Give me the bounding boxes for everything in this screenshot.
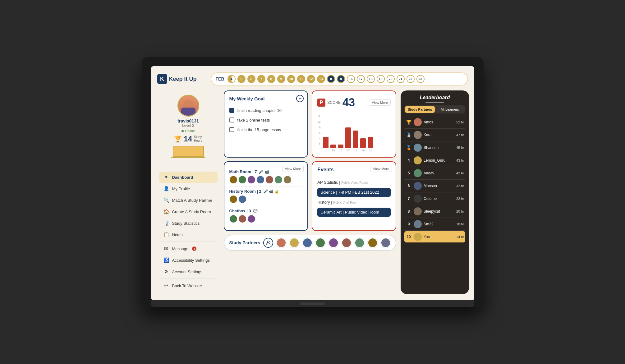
stats-icon: 📊	[163, 220, 169, 226]
event-item-ap-statistic[interactable]: AP Statistic | Public Video Room	[317, 178, 391, 187]
partner-avatar-2[interactable]	[289, 238, 299, 248]
cal-day-9[interactable]: 9	[277, 75, 285, 83]
goal-checkbox-2[interactable]	[229, 117, 234, 122]
cal-day-21[interactable]: 21	[397, 75, 405, 83]
events-view-more-button[interactable]: View More	[370, 166, 392, 172]
nav-divider-1	[160, 242, 216, 242]
nav-label-message: Message	[172, 247, 189, 251]
lb-avatar-3	[414, 144, 422, 152]
lb-hours-9: 18 hr	[456, 222, 464, 226]
nav-item-create-study-room[interactable]: 🏠 Create A Study Room	[159, 206, 218, 217]
rooms-view-more-button[interactable]: View More	[282, 166, 304, 172]
event-item-science[interactable]: Science | 7-8 PM FEB 21st 2022	[317, 188, 391, 197]
cal-day-5[interactable]: 5	[237, 75, 246, 83]
cal-day-4[interactable]: 4	[227, 75, 236, 83]
nav-item-match-study-partner[interactable]: 🔍 Match A Study Partner	[159, 195, 218, 206]
y-label-6: 6	[317, 131, 322, 135]
calendar-strip: FEB 4 5 6 7 8 9 10 11 12 13 ✕ ✕ 16 17 18…	[211, 72, 468, 85]
partner-avatar-6[interactable]	[342, 238, 352, 248]
nav-item-notes[interactable]: 📋 Notes	[159, 229, 218, 240]
partner-avatar-7[interactable]	[355, 238, 365, 248]
medal-1: 🏆	[406, 120, 412, 125]
lb-row-7: 7 Cuteme 22 hr	[404, 193, 465, 204]
weekly-goal-title: My Weekly Goal	[229, 96, 303, 101]
nav-label-notes: Notes	[172, 233, 183, 237]
event-sub-ap: Public Video Room	[341, 181, 368, 184]
logo-area: K Keep It Up	[157, 74, 207, 84]
cal-day-23[interactable]: 23	[416, 75, 425, 83]
cal-day-18[interactable]: 18	[367, 75, 375, 83]
cal-day-20[interactable]: 20	[387, 75, 395, 83]
lb-avatar-4	[414, 156, 422, 164]
p-badge-icon: P	[317, 99, 325, 107]
bottom-cards-row: View More Math Room | 7 🎤 📹	[224, 161, 397, 231]
lb-avatar-10	[414, 233, 422, 241]
lb-name-7: Cuteme	[424, 196, 454, 201]
event-item-ceramic[interactable]: Ceramic Art | Public Video Room	[317, 208, 391, 217]
chatbox-avatar-2	[238, 215, 246, 223]
cal-day-11[interactable]: 11	[297, 75, 305, 83]
cal-day-22[interactable]: 22	[407, 75, 415, 83]
bar-col-18: 18	[353, 131, 358, 152]
cal-day-15[interactable]: ✕	[337, 75, 345, 83]
event-name-science: Science | 7-8 PM FEB 21st 2022	[320, 190, 379, 195]
score-label: SCORE	[327, 100, 341, 105]
add-goal-button[interactable]: +	[296, 95, 304, 102]
cal-day-19[interactable]: 19	[377, 75, 385, 83]
svg-point-0	[267, 241, 269, 243]
bar-15	[330, 145, 336, 148]
event-item-history[interactable]: History | Public Chat Room	[317, 198, 391, 207]
cal-day-16[interactable]: 16	[347, 75, 355, 83]
partner-avatar-5[interactable]	[329, 238, 338, 248]
nav-item-account-settings[interactable]: ⚙ Account Settings	[159, 266, 218, 277]
event-name-ap: AP Statistic |	[317, 180, 340, 185]
nav-item-my-profile[interactable]: 👤 My Profile	[159, 183, 218, 194]
bar-col-15: 15	[330, 145, 336, 152]
lb-row-6: 6 Manson 32 hr	[404, 180, 465, 191]
nav-item-accessibility[interactable]: ♿ Accessibility Settings	[159, 255, 218, 266]
screen-content: K Keep It Up FEB 4 5 6 7 8 9 10 11 12 13…	[151, 66, 474, 300]
pscore-view-more-button[interactable]: View More	[369, 99, 391, 106]
partner-avatar-1[interactable]	[276, 238, 286, 248]
lb-hours-7: 22 hr	[456, 197, 464, 200]
nav-item-message[interactable]: ✉ Message 1	[159, 243, 218, 254]
tab-study-partners[interactable]: Study Partners	[405, 106, 435, 113]
partner-avatar-3[interactable]	[302, 238, 312, 248]
bar-col-17: 17	[345, 127, 351, 152]
room-item-history: History Room | 2 🎤 📹 🔒	[229, 187, 303, 206]
nav-item-back-to-website[interactable]: ↩ Back To Website	[159, 280, 218, 291]
math-avatar-4	[256, 176, 264, 184]
partner-avatar-8[interactable]	[368, 238, 378, 248]
cal-day-17[interactable]: 17	[357, 75, 365, 83]
chatbox-avatar-1	[229, 215, 237, 223]
cal-day-8[interactable]: 8	[267, 75, 275, 83]
rank-7: 7	[406, 196, 412, 201]
nav-menu: ✦ Dashboard 👤 My Profile 🔍 Match A Study…	[157, 169, 219, 294]
bar-14	[323, 137, 329, 148]
lb-hours-5: 42 hr	[456, 171, 464, 175]
cal-day-10[interactable]: 10	[287, 75, 295, 83]
cal-day-13[interactable]: 13	[317, 75, 325, 83]
goal-checkbox-1[interactable]: ✓	[229, 108, 234, 113]
cal-day-6[interactable]: 6	[247, 75, 255, 83]
settings-icon: ⚙	[163, 269, 169, 274]
bar-20	[368, 137, 373, 148]
math-room-avatars	[229, 176, 303, 184]
rooms-card: View More Math Room | 7 🎤 📹	[224, 161, 308, 231]
partner-avatar-4[interactable]	[315, 238, 325, 248]
cal-day-7[interactable]: 7	[257, 75, 265, 83]
add-partner-button[interactable]	[263, 238, 273, 248]
tab-all-learners[interactable]: All Learners	[435, 106, 465, 113]
partner-avatar-9[interactable]	[381, 238, 391, 248]
goal-checkbox-3[interactable]	[229, 127, 234, 132]
lb-hours-10: 14 hr	[456, 235, 464, 239]
cal-day-12[interactable]: 12	[307, 75, 315, 83]
profile-card: travis0131 Level 2 Online 🏆 14 StudyHour…	[157, 90, 219, 166]
leaderboard-panel: Leaderboard Study Partners All Learners …	[401, 90, 469, 294]
nav-item-study-statistics[interactable]: 📊 Study Statistics	[159, 218, 218, 229]
bar-col-20: 20	[368, 137, 373, 152]
event-name-ceramic: Ceramic Art | Public Video Room	[320, 210, 379, 214]
nav-item-dashboard[interactable]: ✦ Dashboard	[159, 172, 218, 183]
math-avatar-6	[274, 176, 283, 184]
cal-day-14[interactable]: ✕	[327, 75, 335, 83]
